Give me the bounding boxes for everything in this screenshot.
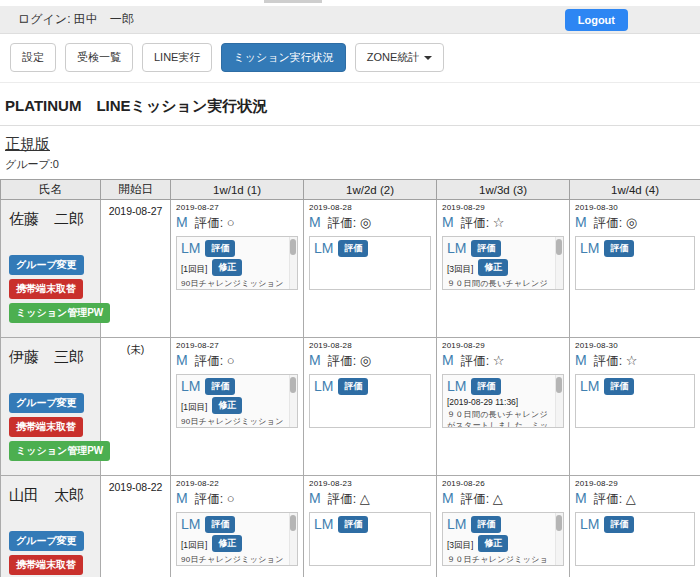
evaluate-button[interactable]: 評価 (338, 378, 368, 395)
mission-day-cell: 2019-08-23M評価: △LM評価 (304, 476, 437, 577)
top-bar: ログイン: 田中 一郎 Logout (0, 6, 700, 34)
table-row: 伊藤 三郎グループ変更携帯端末取替ミッション管理PW(未)2019-08-27M… (1, 338, 700, 476)
cell-date: 2019-08-29 (442, 203, 564, 212)
evaluate-button[interactable]: 評価 (604, 240, 634, 257)
fix-button[interactable]: 修正 (212, 535, 242, 552)
group-change-button[interactable]: グループ変更 (9, 255, 84, 275)
mission-day-cell: 2019-08-27M評価: ○LM評価[1回目]修正90日チャレンジミッション… (171, 338, 304, 476)
lm-label: LM (447, 516, 466, 532)
device-swap-button[interactable]: 携帯端末取替 (9, 555, 83, 575)
scrollbar-thumb[interactable] (290, 377, 296, 393)
evaluate-button[interactable]: 評価 (471, 240, 501, 257)
mission-pw-button[interactable]: ミッション管理PW (9, 441, 110, 461)
scrollbar-thumb[interactable] (290, 239, 296, 255)
evaluate-button[interactable]: 評価 (205, 378, 235, 395)
lm-box: LM評価 (575, 512, 695, 566)
lm-line: LM評価 (447, 239, 551, 257)
scrollbar-thumb[interactable] (556, 239, 562, 255)
m-rating-line: M評価: ☆ (442, 214, 564, 232)
nav-tab-exam-list[interactable]: 受検一覧 (65, 43, 133, 72)
member-name: 伊藤 三郎 (9, 348, 92, 367)
m-rating-symbol: ○ (227, 215, 235, 230)
nav-tab-zone-stats[interactable]: ZONE統計 (355, 43, 445, 72)
device-swap-button[interactable]: 携帯端末取替 (9, 279, 83, 299)
attempt-label: [3回目] (447, 540, 473, 550)
evaluate-button[interactable]: 評価 (205, 516, 235, 533)
mission-message: 90日チャレンジミッションがスタートします。これまで避けてきた行動を毎日 (181, 279, 285, 290)
m-label: M (442, 490, 454, 506)
column-header: 1w/2d (2) (304, 180, 437, 200)
cell-date: 2019-08-29 (575, 479, 695, 488)
lm-box: LM評価[2019-08-29 11:36]９０日間の長いチャレンジがスタートし… (442, 374, 564, 428)
lm-box: LM評価[3回目]修正９０日チャレンジミッションへの取り組みはどうですか。自己評… (442, 512, 564, 566)
m-rating-symbol: ○ (227, 491, 235, 506)
nav-tab-line-exec[interactable]: LINE実行 (142, 43, 212, 72)
lm-label: LM (314, 378, 333, 394)
cell-date: 2019-08-29 (442, 341, 564, 350)
attempt-label: [1回目] (181, 264, 207, 274)
lm-line: LM評価 (181, 515, 285, 533)
evaluate-button[interactable]: 評価 (338, 240, 368, 257)
evaluate-button[interactable]: 評価 (471, 378, 501, 395)
group-change-button[interactable]: グループ変更 (9, 393, 84, 413)
m-rating-line: M評価: ◎ (309, 214, 431, 232)
mission-day-cell: 2019-08-28M評価: ◎LM評価 (304, 200, 437, 338)
nav-tab-mission-status[interactable]: ミッション実行状況 (221, 43, 345, 72)
fix-button[interactable]: 修正 (212, 259, 242, 276)
rating-prefix: 評価: (328, 216, 360, 230)
mission-pw-button[interactable]: ミッション管理PW (9, 303, 110, 323)
rating-prefix: 評価: (461, 216, 493, 230)
start-date-cell: (未) (101, 338, 171, 476)
lm-label: LM (447, 240, 466, 256)
rating-prefix: 評価: (195, 492, 227, 506)
logout-button[interactable]: Logout (565, 9, 628, 31)
member-cell: 山田 太郎グループ変更携帯端末取替ミッション管理PW (1, 476, 101, 577)
m-label: M (575, 490, 587, 506)
lm-box: LM評価[1回目]修正90日チャレンジミッションがスタートします。これまで避けて… (176, 512, 298, 566)
mission-day-cell: 2019-08-26M評価: △LM評価[3回目]修正９０日チャレンジミッション… (437, 476, 570, 577)
fix-button[interactable]: 修正 (478, 259, 508, 276)
lm-label: LM (580, 240, 599, 256)
scrollbar-thumb[interactable] (290, 515, 296, 531)
attempt-line: [3回目]修正 (447, 259, 551, 276)
m-label: M (309, 214, 321, 230)
fix-button[interactable]: 修正 (212, 397, 242, 414)
version-link[interactable]: 正規版 (5, 135, 50, 154)
lm-line: LM評価 (181, 239, 285, 257)
lm-label: LM (580, 378, 599, 394)
evaluate-button[interactable]: 評価 (205, 240, 235, 257)
scrollbar-thumb[interactable] (556, 515, 562, 531)
lm-box: LM評価[1回目]修正90日チャレンジミッションがスタートします。これまで避けて… (176, 374, 298, 428)
lm-line: LM評価 (580, 377, 682, 395)
member-name: 山田 太郎 (9, 486, 92, 505)
m-rating-symbol: △ (493, 491, 503, 506)
m-rating-line: M評価: △ (575, 490, 695, 508)
nav-tab-settings[interactable]: 設定 (10, 43, 56, 72)
fix-button[interactable]: 修正 (478, 535, 508, 552)
nav-tab-label: 設定 (22, 51, 44, 63)
evaluate-button[interactable]: 評価 (604, 378, 634, 395)
lm-line: LM評価 (447, 515, 551, 533)
lm-box: LM評価[1回目]修正90日チャレンジミッションがスタートします。これまで避けて… (176, 236, 298, 290)
column-header: 氏名 (1, 180, 101, 200)
mission-day-cell: 2019-08-22M評価: ○LM評価[1回目]修正90日チャレンジミッション… (171, 476, 304, 577)
lm-label: LM (580, 516, 599, 532)
rating-prefix: 評価: (594, 354, 626, 368)
mission-day-cell: 2019-08-28M評価: ◎LM評価 (304, 338, 437, 476)
m-label: M (442, 214, 454, 230)
m-rating-line: M評価: ☆ (442, 352, 564, 370)
member-name: 佐藤 二郎 (9, 210, 92, 229)
evaluate-button[interactable]: 評価 (471, 516, 501, 533)
group-change-button[interactable]: グループ変更 (9, 531, 84, 551)
attempt-line: [1回目]修正 (181, 397, 285, 414)
attempt-line: [1回目]修正 (181, 259, 285, 276)
scrollbar-thumb[interactable] (556, 377, 562, 393)
device-swap-button[interactable]: 携帯端末取替 (9, 417, 83, 437)
evaluate-button[interactable]: 評価 (604, 516, 634, 533)
evaluate-button[interactable]: 評価 (338, 516, 368, 533)
m-label: M (176, 214, 188, 230)
table-row: 佐藤 二郎グループ変更携帯端末取替ミッション管理PW2019-08-272019… (1, 200, 700, 338)
mission-message: 90日チャレンジミッションがスタートします。これまで避けてきた行動を毎日 (181, 555, 285, 566)
lm-box: LM評価 (309, 512, 431, 566)
member-cell: 佐藤 二郎グループ変更携帯端末取替ミッション管理PW (1, 200, 101, 338)
